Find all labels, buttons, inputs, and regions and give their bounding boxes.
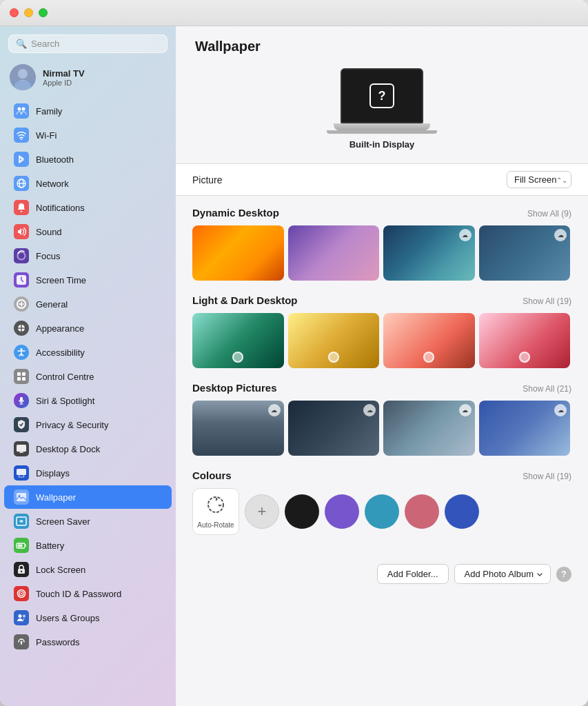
add-photo-album-button[interactable]: Add Photo Album	[454, 564, 551, 584]
sidebar-item-privacy[interactable]: Privacy & Security	[4, 413, 172, 436]
sidebar-item-family[interactable]: Family	[4, 99, 172, 123]
user-subtitle: Apple ID	[43, 79, 85, 87]
sound-icon	[14, 224, 29, 239]
light-dark-show-all[interactable]: Show All (19)	[523, 296, 571, 306]
colours-header: Colours Show All (19)	[192, 470, 571, 481]
user-profile[interactable]: Nirmal TV Apple ID	[0, 59, 176, 96]
battery-icon	[14, 538, 29, 553]
fill-select[interactable]: Fill Screen	[507, 171, 571, 188]
maximize-button[interactable]	[39, 8, 48, 17]
cloud-badge: ☁	[554, 404, 567, 416]
dynamic-desktop-grid: ☁ ☁	[192, 225, 571, 281]
wallpaper-thumb-ld1[interactable]	[192, 313, 284, 368]
wallpaper-thumb-dd2[interactable]	[288, 225, 380, 281]
accessibility-icon	[14, 345, 29, 360]
svg-point-32	[21, 593, 22, 594]
search-icon: 🔍	[16, 39, 27, 49]
sidebar-item-sound[interactable]: Sound	[4, 220, 172, 243]
cloud-badge: ☁	[554, 229, 567, 241]
colour-add-button[interactable]: +	[245, 494, 279, 529]
help-button[interactable]: ?	[556, 567, 571, 582]
sidebar-item-users[interactable]: Users & Groups	[4, 606, 172, 629]
ld-indicator	[232, 352, 243, 363]
svg-point-29	[21, 571, 22, 572]
sidebar-item-touchid[interactable]: Touch ID & Password	[4, 582, 172, 605]
sidebar-item-notifications[interactable]: Notifications	[4, 196, 172, 219]
svg-point-6	[21, 139, 22, 140]
cloud-badge: ☁	[459, 404, 472, 416]
sidebar-item-accessibility[interactable]: Accessibility	[4, 341, 172, 364]
laptop-base	[334, 123, 430, 130]
wallpaper-thumb-dd3[interactable]: ☁	[383, 225, 475, 281]
sidebar-item-screentime[interactable]: Screen Time	[4, 268, 172, 292]
sidebar-item-controlcentre[interactable]: Control Centre	[4, 365, 172, 388]
sidebar-item-displays[interactable]: Displays	[4, 461, 172, 485]
wallpaper-thumb-ld2[interactable]	[288, 313, 380, 368]
sidebar-item-passwords[interactable]: Passwords	[4, 630, 172, 654]
sidebar-item-wifi[interactable]: Wi-Fi	[4, 123, 172, 147]
colour-rose[interactable]	[405, 494, 439, 529]
wallpaper-thumb-dp3[interactable]: ☁	[383, 401, 475, 456]
sidebar-item-label: Touch ID & Password	[36, 589, 121, 599]
wallpaper-thumb-dp1[interactable]: ☁	[192, 401, 284, 456]
sidebar-item-label: Privacy & Security	[36, 420, 108, 430]
svg-point-4	[18, 108, 21, 111]
sidebar-item-appearance[interactable]: Appearance	[4, 316, 172, 340]
colours-show-all[interactable]: Show All (19)	[523, 472, 571, 481]
add-photo-album-label: Add Photo Album	[465, 569, 534, 579]
sidebar-item-battery[interactable]: Battery	[4, 534, 172, 557]
sidebar-item-bluetooth[interactable]: Bluetooth	[4, 148, 172, 171]
sidebar-item-label: Family	[36, 106, 62, 117]
light-dark-title: Light & Dark Desktop	[192, 294, 298, 306]
sidebar-item-desktop[interactable]: Desktop & Dock	[4, 437, 172, 461]
sidebar-nav: Family Wi-Fi	[0, 99, 176, 654]
fill-select-wrapper[interactable]: Fill Screen	[507, 171, 571, 188]
svg-point-34	[23, 615, 26, 618]
colours-title: Colours	[192, 470, 232, 481]
ld-indicator	[328, 352, 339, 363]
colour-blue[interactable]	[445, 494, 479, 529]
wallpaper-thumb-dd1[interactable]	[192, 225, 284, 281]
sidebar-item-focus[interactable]: Focus	[4, 244, 172, 268]
svg-rect-15	[22, 372, 26, 376]
minimize-button[interactable]	[24, 8, 33, 17]
wallpaper-thumb-dp2[interactable]: ☁	[288, 401, 380, 456]
sidebar-item-label: Passwords	[36, 637, 80, 647]
svg-rect-17	[22, 377, 26, 381]
dynamic-desktop-show-all[interactable]: Show All (9)	[527, 209, 571, 219]
colours-grid: Auto-Rotate +	[192, 488, 571, 535]
notifications-icon	[14, 200, 29, 215]
sidebar-item-general[interactable]: General	[4, 292, 172, 316]
sidebar-item-siri[interactable]: Siri & Spotlight	[4, 389, 172, 412]
focus-icon	[14, 248, 29, 263]
search-bar[interactable]: 🔍	[8, 34, 168, 53]
desktop-pictures-show-all[interactable]: Show All (21)	[523, 384, 571, 394]
search-input[interactable]	[31, 39, 160, 49]
wallpaper-thumb-ld3[interactable]	[383, 313, 475, 368]
title-bar	[0, 0, 588, 26]
sidebar-item-wallpaper[interactable]: Wallpaper	[4, 485, 172, 509]
colour-black[interactable]	[285, 494, 319, 529]
sidebar-item-label: Wi-Fi	[36, 130, 57, 141]
wallpaper-thumb-dd4[interactable]: ☁	[479, 225, 571, 281]
wallpaper-thumb-ld4[interactable]	[479, 313, 571, 368]
wallpaper-thumb-dp4[interactable]: ☁	[479, 401, 571, 456]
sidebar-item-label: Screen Saver	[36, 516, 90, 527]
sidebar-item-lockscreen[interactable]: Lock Screen	[4, 558, 172, 581]
sidebar-item-label: Focus	[36, 251, 60, 261]
system-preferences-window: 🔍 Nirmal TV Apple ID	[0, 0, 588, 706]
sidebar-item-screensaver[interactable]: Screen Saver	[4, 510, 172, 533]
sidebar-item-label: Control Centre	[36, 372, 94, 382]
dynamic-desktop-title: Dynamic Desktop	[192, 207, 279, 219]
colour-auto-rotate[interactable]: Auto-Rotate	[192, 488, 239, 535]
users-icon	[14, 610, 29, 625]
ld-indicator	[423, 352, 434, 363]
sidebar-item-label: Sound	[36, 227, 62, 237]
sidebar-item-network[interactable]: Network	[4, 172, 172, 195]
colour-purple[interactable]	[325, 494, 359, 529]
family-icon	[14, 103, 29, 119]
close-button[interactable]	[10, 8, 19, 17]
appearance-icon	[14, 321, 29, 336]
colour-teal[interactable]	[365, 494, 399, 529]
add-folder-button[interactable]: Add Folder...	[377, 564, 449, 584]
